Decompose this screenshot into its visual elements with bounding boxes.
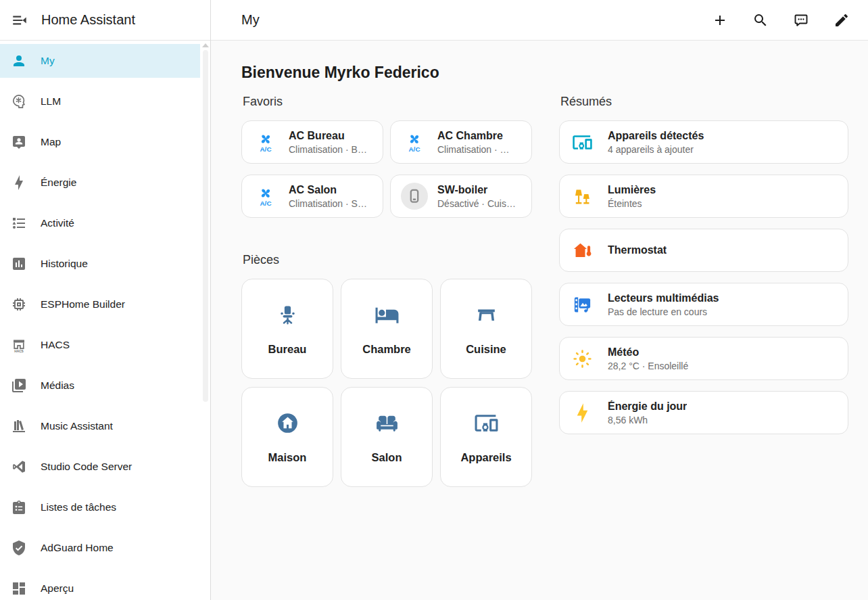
summary-card-m-t-o[interactable]: Météo28,2 °C · Ensoleillé bbox=[559, 337, 848, 380]
chart-box-icon bbox=[11, 256, 27, 272]
list-bulleted-type-icon bbox=[11, 215, 27, 231]
sidebar-scrollbar[interactable] bbox=[202, 42, 208, 600]
card-subtitle: 8,56 kWh bbox=[608, 415, 687, 425]
lamps-icon bbox=[571, 185, 594, 208]
desk-chair-icon bbox=[275, 302, 300, 327]
card-subtitle: Désactivé · Cuis… bbox=[437, 198, 516, 209]
shield-check-icon bbox=[11, 540, 27, 556]
svg-text:HACS: HACS bbox=[14, 350, 24, 353]
card-title: AC Chambre bbox=[437, 130, 510, 142]
topbar: My bbox=[211, 0, 868, 41]
edit-button[interactable] bbox=[834, 12, 850, 28]
water-boiler-icon bbox=[401, 183, 428, 210]
welcome-heading: Bienvenue Myrko Federico bbox=[241, 64, 845, 82]
summaries-section: Résumés Appareils détectés4 appareils à … bbox=[559, 95, 848, 434]
room-label: Cuisine bbox=[466, 343, 506, 356]
summary-card-appareils-d-tect-s[interactable]: Appareils détectés4 appareils à ajouter bbox=[559, 120, 848, 164]
air-conditioner-icon: A/C bbox=[401, 129, 428, 156]
sidebar-item-aper-u[interactable]: Aperçu bbox=[0, 572, 200, 600]
clipboard-list-icon bbox=[11, 499, 27, 515]
room-label: Appareils bbox=[460, 451, 511, 464]
content: Bienvenue Myrko Federico Favoris A/CAC B… bbox=[211, 41, 868, 600]
favorite-card-ac-bureau[interactable]: A/CAC BureauClimatisation · B… bbox=[241, 120, 383, 164]
menu-toggle-icon[interactable] bbox=[11, 11, 28, 29]
sidebar-item-adguard-home[interactable]: AdGuard Home bbox=[0, 531, 200, 565]
summaries-stack: Appareils détectés4 appareils à ajouterL… bbox=[559, 120, 848, 434]
sidebar-item-listes-de-t-ches[interactable]: Listes de tâches bbox=[0, 490, 200, 524]
room-tile-cuisine[interactable]: Cuisine bbox=[440, 279, 532, 379]
sidebar-item-music-assistant[interactable]: Music Assistant bbox=[0, 409, 200, 443]
sidebar-item-label: AdGuard Home bbox=[41, 542, 114, 554]
assist-button[interactable] bbox=[793, 12, 809, 28]
sidebar-item-label: Activité bbox=[41, 217, 74, 229]
home-circle-icon bbox=[275, 411, 300, 436]
room-tile-appareils[interactable]: Appareils bbox=[440, 387, 532, 487]
favorites-grid: A/CAC BureauClimatisation · B…A/CAC Cham… bbox=[241, 120, 532, 218]
sidebar-item-label: Listes de tâches bbox=[41, 501, 116, 513]
card-title: Lumières bbox=[608, 184, 656, 196]
summary-card-lecteurs-multim-dias[interactable]: Lecteurs multimédiasPas de lecture en co… bbox=[559, 283, 848, 326]
card-title: SW-boiler bbox=[437, 184, 516, 196]
card-subtitle: Climatisation · B… bbox=[289, 144, 367, 155]
card-title: Météo bbox=[608, 346, 688, 359]
home-thermometer-icon bbox=[571, 239, 594, 262]
favorite-card-ac-chambre[interactable]: A/CAC ChambreClimatisation · … bbox=[390, 120, 532, 164]
sidebar-item-label: My bbox=[41, 55, 55, 67]
search-button[interactable] bbox=[752, 12, 769, 28]
chat-dots-icon bbox=[793, 12, 809, 28]
sidebar-item-nergie[interactable]: Énergie bbox=[0, 166, 200, 200]
card-title: AC Bureau bbox=[289, 130, 367, 142]
card-title: Appareils détectés bbox=[608, 130, 704, 142]
room-tile-maison[interactable]: Maison bbox=[241, 387, 333, 487]
sidebar-item-label: Music Assistant bbox=[41, 420, 113, 432]
scrollbar-thumb[interactable] bbox=[203, 50, 208, 402]
sidebar-item-label: Énergie bbox=[41, 177, 76, 189]
favorite-card-ac-salon[interactable]: A/CAC SalonClimatisation · S… bbox=[241, 175, 383, 218]
pencil-icon bbox=[834, 12, 850, 28]
sidebar-item-my[interactable]: My bbox=[0, 44, 200, 78]
card-subtitle: Pas de lecture en cours bbox=[608, 306, 719, 317]
sidebar-item-label: Studio Code Server bbox=[41, 461, 132, 473]
favorite-card-sw-boiler[interactable]: SW-boilerDésactivé · Cuis… bbox=[390, 175, 532, 218]
sidebar-item-label: ESPHome Builder bbox=[41, 298, 125, 310]
sidebar-item-map[interactable]: Map bbox=[0, 125, 200, 159]
sidebar-item-m-dias[interactable]: Médias bbox=[0, 369, 200, 402]
sidebar-item-hacs[interactable]: HACSHACS bbox=[0, 328, 200, 362]
card-title: Lecteurs multimédias bbox=[608, 292, 719, 304]
sidebar-nav: MyLLMMapÉnergieActivitéHistoriqueESPHome… bbox=[0, 41, 210, 600]
room-tile-bureau[interactable]: Bureau bbox=[241, 279, 333, 379]
devices-icon bbox=[474, 411, 499, 436]
card-subtitle: 4 appareils à ajouter bbox=[608, 144, 704, 155]
room-tile-chambre[interactable]: Chambre bbox=[341, 279, 433, 379]
sidebar-header: Home Assistant bbox=[0, 0, 210, 41]
summary-card-nergie-du-jour[interactable]: Énergie du jour8,56 kWh bbox=[559, 391, 848, 434]
room-label: Maison bbox=[268, 451, 307, 464]
favorites-title: Favoris bbox=[243, 95, 532, 109]
card-subtitle: Climatisation · … bbox=[437, 144, 510, 155]
sidebar-item-esphome-builder[interactable]: ESPHome Builder bbox=[0, 287, 200, 321]
room-label: Bureau bbox=[268, 343, 307, 356]
shop-hacs-icon: HACS bbox=[11, 337, 27, 353]
summary-card-thermostat[interactable]: Thermostat bbox=[559, 229, 848, 272]
sidebar-item-label: Map bbox=[41, 136, 61, 148]
room-tile-salon[interactable]: Salon bbox=[341, 387, 433, 487]
sidebar-item-historique[interactable]: Historique bbox=[0, 247, 200, 281]
flash-icon bbox=[571, 402, 594, 424]
table-icon bbox=[474, 302, 499, 327]
account-badge-icon bbox=[11, 134, 27, 150]
add-button[interactable] bbox=[712, 12, 728, 28]
bookshelf-icon bbox=[11, 418, 27, 434]
sidebar-item-studio-code-server[interactable]: Studio Code Server bbox=[0, 450, 200, 484]
sidebar-item-activit[interactable]: Activité bbox=[0, 206, 200, 240]
card-title: Énergie du jour bbox=[608, 400, 687, 413]
scroll-up-arrow-icon[interactable] bbox=[202, 43, 209, 47]
chip-icon bbox=[11, 296, 27, 313]
favorites-section: Favoris A/CAC BureauClimatisation · B…A/… bbox=[241, 95, 532, 218]
topbar-actions bbox=[712, 12, 850, 28]
vscode-icon bbox=[11, 459, 27, 475]
sidebar-item-llm[interactable]: LLM bbox=[0, 85, 200, 118]
summary-card-lumi-res[interactable]: LumièresÉteintes bbox=[559, 175, 848, 218]
summaries-title: Résumés bbox=[560, 95, 848, 109]
card-subtitle: Éteintes bbox=[608, 198, 656, 209]
sidebar-item-label: Historique bbox=[41, 258, 88, 270]
